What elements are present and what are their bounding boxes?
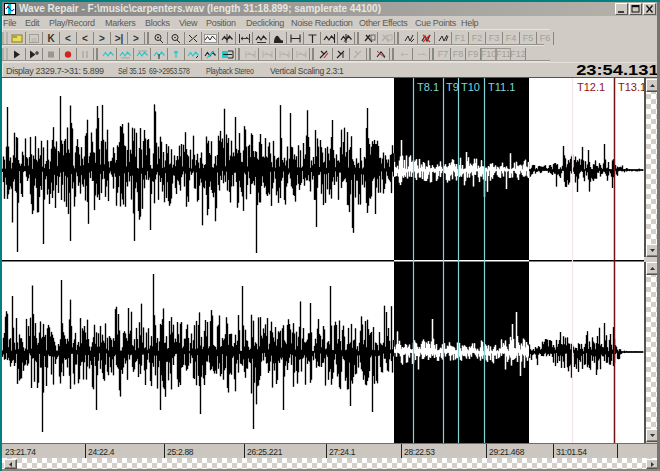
svg-text:T9: T9 [446, 81, 459, 93]
svg-text:T11.1: T11.1 [488, 81, 515, 93]
svg-text:T10: T10 [461, 81, 480, 93]
svg-text:T13.1: T13.1 [618, 81, 644, 93]
svg-text:T12.1: T12.1 [577, 81, 605, 93]
svg-text:T8.1: T8.1 [417, 81, 439, 93]
